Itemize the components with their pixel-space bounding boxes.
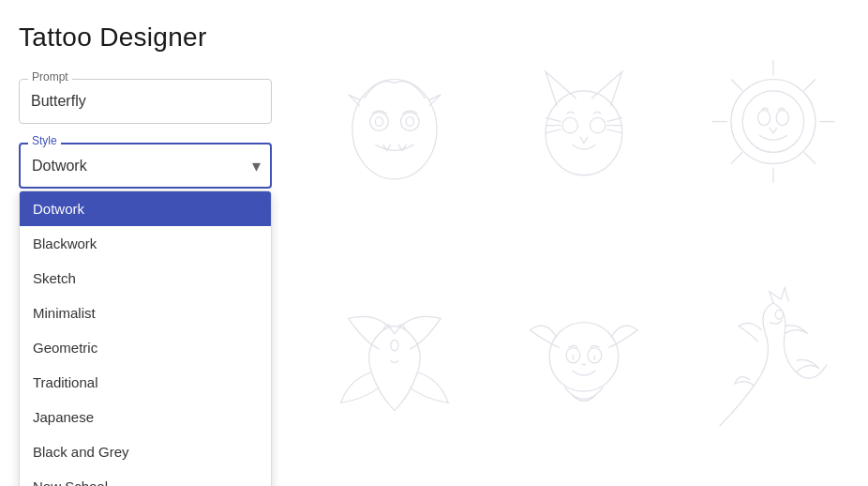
svg-point-5 [546, 91, 622, 175]
app-container: Tattoo Designer Prompt Style DotworkBlac… [0, 0, 868, 486]
dropdown-item[interactable]: New School [20, 469, 271, 486]
svg-point-7 [591, 117, 606, 132]
prompt-input[interactable] [19, 79, 272, 124]
style-group: Style DotworkBlackworkSketchMinimalistGe… [19, 143, 281, 189]
svg-point-3 [376, 117, 383, 127]
svg-point-9 [742, 91, 804, 153]
tattoo-cell-6 [679, 243, 868, 486]
app-title: Tattoo Designer [19, 23, 281, 53]
right-panel [300, 0, 868, 486]
prompt-group: Prompt [19, 79, 281, 124]
svg-point-14 [566, 347, 580, 362]
style-select[interactable]: DotworkBlackworkSketchMinimalistGeometri… [19, 143, 272, 189]
svg-point-8 [731, 79, 816, 163]
prompt-label: Prompt [28, 70, 72, 84]
svg-point-0 [352, 79, 437, 178]
dropdown-item[interactable]: Sketch [20, 261, 271, 296]
tattoo-cell-2 [489, 0, 679, 243]
svg-point-16 [775, 310, 783, 319]
tattoo-cell-5 [489, 243, 679, 486]
left-panel: Tattoo Designer Prompt Style DotworkBlac… [0, 0, 300, 486]
svg-point-2 [401, 113, 420, 131]
svg-point-6 [562, 117, 577, 132]
tattoo-cell-4 [300, 243, 489, 486]
dropdown-item[interactable]: Traditional [20, 365, 271, 400]
dropdown-item[interactable]: Black and Grey [20, 434, 271, 469]
style-dropdown-menu[interactable]: DotworkBlackworkSketchMinimalistGeometri… [19, 190, 272, 486]
svg-point-15 [588, 347, 602, 362]
dropdown-item[interactable]: Minimalist [20, 296, 271, 330]
dropdown-item[interactable]: Dotwork [20, 191, 271, 226]
svg-point-12 [391, 340, 398, 350]
svg-point-4 [406, 117, 413, 127]
dropdown-item[interactable]: Japanese [20, 400, 271, 434]
dropdown-item[interactable]: Blackwork [20, 226, 271, 261]
tattoo-grid [300, 0, 868, 486]
svg-point-13 [549, 322, 619, 391]
svg-point-1 [370, 113, 389, 131]
tattoo-cell-3 [679, 0, 868, 243]
style-dropdown-wrapper: Style DotworkBlackworkSketchMinimalistGe… [19, 143, 272, 189]
svg-point-10 [758, 110, 771, 125]
tattoo-cell-1 [300, 0, 489, 243]
dropdown-item[interactable]: Geometric [20, 330, 271, 365]
svg-point-11 [776, 110, 788, 125]
style-label: Style [28, 134, 61, 147]
